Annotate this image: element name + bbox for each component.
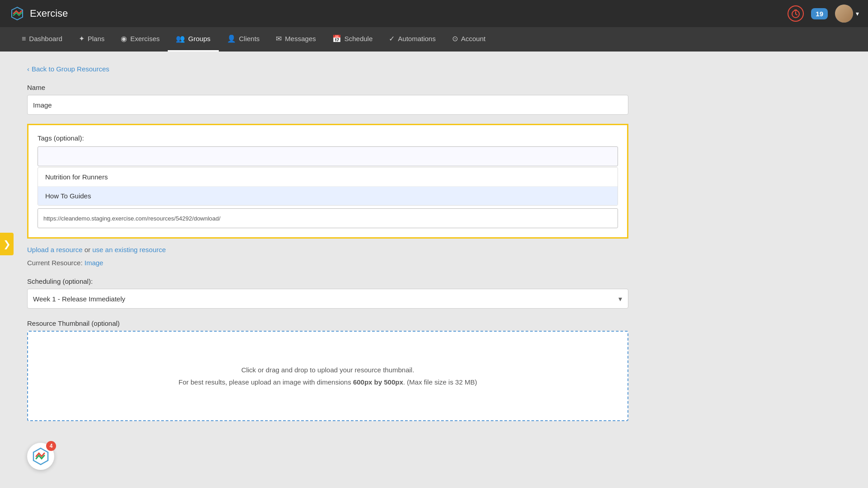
nav-item-groups[interactable]: 👥 Groups: [168, 27, 218, 52]
tags-section: Tags (optional): Nutrition for Runners H…: [27, 124, 628, 239]
upload-resource-link[interactable]: Upload a resource: [27, 246, 83, 253]
back-link[interactable]: ‹ Back to Group Resources: [27, 65, 109, 73]
dropdown-item-howto[interactable]: How To Guides: [38, 187, 618, 205]
app-title: Exercise: [30, 8, 68, 19]
tags-input[interactable]: [38, 146, 618, 166]
nav-label-clients: Clients: [239, 35, 260, 42]
avatar: [835, 5, 853, 23]
upload-line: Upload a resource or use an existing res…: [27, 246, 628, 253]
thumbnail-label: Resource Thumbnail (optional): [27, 319, 628, 327]
chevron-down-icon: ▾: [856, 10, 859, 17]
nav-item-clients[interactable]: 👤 Clients: [219, 27, 268, 52]
nav-item-dashboard[interactable]: ≡ Dashboard: [14, 27, 71, 52]
thumbnail-drop-zone[interactable]: Click or drag and drop to upload your re…: [27, 331, 628, 421]
groups-icon: 👥: [176, 34, 185, 43]
back-link-text: Back to Group Resources: [32, 65, 109, 73]
automations-icon: ✓: [389, 34, 395, 43]
thumbnail-section: Resource Thumbnail (optional) Click or d…: [27, 319, 628, 421]
floating-icon-button[interactable]: 4: [27, 443, 54, 470]
nav-item-plans[interactable]: ✦ Plans: [71, 27, 113, 52]
nav-label-schedule: Schedule: [344, 35, 373, 42]
name-input[interactable]: [27, 95, 628, 115]
main-content: ‹ Back to Group Resources Name Tags (opt…: [0, 52, 868, 488]
exercises-icon: ◉: [121, 34, 127, 43]
name-section: Name: [27, 84, 841, 115]
thumbnail-drop-text: Click or drag and drop to upload your re…: [179, 364, 477, 388]
scheduling-select-wrapper: Week 1 - Release Immediately Week 2 Week…: [27, 289, 628, 309]
current-resource-line: Current Resource: Image: [27, 259, 628, 267]
top-bar-left: Exercise: [9, 5, 68, 22]
scheduling-label: Scheduling (optional):: [27, 277, 628, 285]
nav-item-exercises[interactable]: ◉ Exercises: [113, 27, 168, 52]
nav-item-messages[interactable]: ✉ Messages: [268, 27, 324, 52]
account-icon: ⊙: [452, 34, 458, 43]
nav-bar: ≡ Dashboard ✦ Plans ◉ Exercises 👥 Groups…: [0, 27, 868, 52]
name-label: Name: [27, 84, 841, 91]
url-field: https://cleandemo.staging.exercise.com/r…: [38, 208, 618, 228]
plans-icon: ✦: [79, 34, 85, 43]
nav-label-groups: Groups: [188, 35, 210, 42]
floating-logo-icon: [31, 447, 50, 466]
nav-label-messages: Messages: [285, 35, 316, 42]
use-existing-link[interactable]: use an existing resource: [92, 246, 166, 253]
back-chevron-icon: ‹: [27, 65, 29, 73]
nav-item-automations[interactable]: ✓ Automations: [381, 27, 443, 52]
left-arrow-indicator[interactable]: ❯: [0, 233, 14, 255]
avatar-container[interactable]: ▾: [835, 5, 859, 23]
nav-label-exercises: Exercises: [130, 35, 160, 42]
nav-label-plans: Plans: [88, 35, 105, 42]
app-logo-icon: [9, 5, 25, 22]
floating-badge: 4: [46, 441, 56, 451]
tags-dropdown: Nutrition for Runners How To Guides: [38, 167, 618, 206]
dashboard-icon: ≡: [22, 35, 26, 43]
notification-badge[interactable]: 19: [811, 8, 828, 19]
scheduling-section: Scheduling (optional): Week 1 - Release …: [27, 277, 628, 309]
schedule-icon: 📅: [332, 34, 341, 43]
tags-label: Tags (optional):: [38, 134, 618, 142]
nav-item-schedule[interactable]: 📅 Schedule: [324, 27, 381, 52]
dropdown-item-nutrition[interactable]: Nutrition for Runners: [38, 168, 618, 187]
upload-or-text: or: [85, 246, 93, 253]
nav-item-account[interactable]: ⊙ Account: [444, 27, 494, 52]
current-resource-label: Current Resource:: [27, 259, 83, 267]
nav-label-dashboard: Dashboard: [29, 35, 62, 42]
top-bar-right: 19 ▾: [788, 5, 859, 23]
left-arrow-icon: ❯: [3, 239, 11, 249]
clients-icon: 👤: [227, 34, 236, 43]
timer-icon[interactable]: [788, 5, 804, 22]
scheduling-select[interactable]: Week 1 - Release Immediately Week 2 Week…: [27, 289, 628, 309]
nav-label-automations: Automations: [398, 35, 435, 42]
messages-icon: ✉: [276, 34, 282, 43]
svg-line-3: [796, 14, 797, 15]
below-tags: Upload a resource or use an existing res…: [27, 246, 628, 421]
current-resource-link[interactable]: Image: [85, 259, 104, 267]
nav-label-account: Account: [461, 35, 486, 42]
top-bar: Exercise 19 ▾: [0, 0, 868, 27]
